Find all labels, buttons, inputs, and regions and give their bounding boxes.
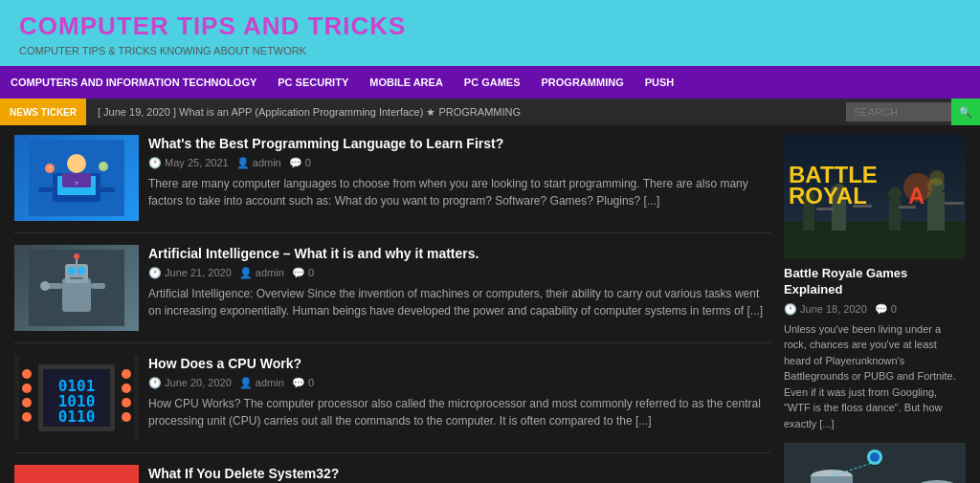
ticker-content: [ June 19, 2020 ] What is an APP (Applic… xyxy=(86,106,846,119)
article-thumbnail: ? ? ! xyxy=(14,135,139,221)
article-card: Artificial Intelligence – What it is and… xyxy=(14,245,770,343)
svg-point-15 xyxy=(78,267,85,274)
article-title[interactable]: Artificial Intelligence – What it is and… xyxy=(148,245,770,262)
article-thumbnail xyxy=(14,245,139,331)
svg-rect-54 xyxy=(945,202,964,205)
svg-rect-36 xyxy=(14,465,139,483)
article-meta: 🕐 June 20, 2020 👤 admin 💬 0 xyxy=(148,377,770,389)
svg-point-59 xyxy=(929,170,945,186)
article-excerpt: Artificial Intelligence: Overview Since … xyxy=(148,285,770,319)
svg-point-4 xyxy=(67,154,86,173)
svg-rect-17 xyxy=(48,283,62,289)
nav-item-security[interactable]: PC SECURITY xyxy=(267,66,359,99)
svg-point-27 xyxy=(122,369,131,379)
sidebar-excerpt: Unless you've been living under a rock, … xyxy=(784,321,966,432)
article-comments: 💬 0 xyxy=(292,377,314,389)
svg-point-23 xyxy=(22,369,32,379)
article-card: 0101 1010 0110 How Does a CPU Work? 🕐 Ju… xyxy=(14,355,770,453)
nav-item-games[interactable]: PC GAMES xyxy=(454,66,531,99)
nav-item-programming[interactable]: PROGRAMMING xyxy=(531,66,635,99)
site-title[interactable]: COMPUTER TIPS AND TRICKS xyxy=(19,11,961,41)
article-body: Artificial Intelligence – What it is and… xyxy=(148,245,770,331)
main-nav: COMPUTERS AND INFORMATION TECHNOLOGY PC … xyxy=(0,66,980,99)
header: COMPUTER TIPS AND TRICKS COMPUTER TIPS &… xyxy=(0,0,980,66)
svg-point-24 xyxy=(22,384,32,393)
svg-text:!: ! xyxy=(102,164,103,169)
svg-point-26 xyxy=(22,412,32,422)
article-author: 👤 admin xyxy=(239,377,284,389)
article-body: What's the Best Programming Language to … xyxy=(148,135,770,221)
article-date: 🕐 June 21, 2020 xyxy=(148,267,232,279)
article-meta: 🕐 June 21, 2020 👤 admin 💬 0 xyxy=(148,267,770,279)
svg-rect-47 xyxy=(889,200,901,231)
ai-illustration xyxy=(29,250,124,326)
left-column: ? ? ! What's the Best Programming Langua… xyxy=(14,135,770,483)
article-excerpt: There are many computer languages to cho… xyxy=(148,175,770,209)
svg-rect-12 xyxy=(62,278,91,312)
main-content: ? ? ! What's the Best Programming Langua… xyxy=(0,125,980,483)
sidebar-article: BATTLE ROYAL A Battle Royale Games Expla… xyxy=(784,135,966,431)
article-card: ? ? ! What's the Best Programming Langua… xyxy=(14,135,770,233)
nav-item-push[interactable]: PUSH xyxy=(635,66,685,99)
article-body: How Does a CPU Work? 🕐 June 20, 2020 👤 a… xyxy=(148,355,770,441)
network-illustration xyxy=(784,443,966,483)
article-date: 🕐 June 20, 2020 xyxy=(148,377,232,389)
svg-point-21 xyxy=(74,253,79,259)
svg-point-19 xyxy=(40,281,50,291)
svg-point-82 xyxy=(870,452,880,462)
svg-point-28 xyxy=(122,384,131,393)
article-title[interactable]: How Does a CPU Work? xyxy=(148,355,770,372)
svg-rect-49 xyxy=(927,192,945,231)
svg-point-48 xyxy=(888,187,902,201)
svg-point-29 xyxy=(122,398,131,407)
article-thumbnail: DELETE SYSTEM 32 ⚠ WARNING ⚠ xyxy=(14,465,139,483)
svg-text:0110: 0110 xyxy=(58,407,96,426)
article-meta: 🕐 May 25, 2021 👤 admin 💬 0 xyxy=(148,157,770,169)
article-title[interactable]: What If You Delete System32? xyxy=(148,465,770,482)
article-date: 🕐 May 25, 2021 xyxy=(148,157,229,169)
sidebar-date: 🕐 June 18, 2020 xyxy=(784,303,867,316)
svg-rect-13 xyxy=(65,264,88,283)
svg-point-30 xyxy=(122,412,131,422)
search-button[interactable]: 🔍 xyxy=(951,99,980,125)
sidebar-thumbnail-2 xyxy=(784,443,966,483)
article-body: What If You Delete System32? xyxy=(148,465,770,483)
cpu-illustration: 0101 1010 0110 xyxy=(19,355,134,441)
sidebar-article-2 xyxy=(784,443,966,483)
article-card: DELETE SYSTEM 32 ⚠ WARNING ⚠ What If You… xyxy=(14,465,770,483)
svg-point-14 xyxy=(68,267,76,274)
programming-illustration: ? ? ! xyxy=(29,140,124,216)
site-subtitle: COMPUTER TIPS & TRICKS KNOWING ABOUT NET… xyxy=(19,45,961,56)
svg-point-25 xyxy=(22,398,32,407)
sidebar-comments: 💬 0 xyxy=(875,303,897,316)
sidebar-article-meta: 🕐 June 18, 2020 💬 0 xyxy=(784,303,966,316)
article-thumbnail: 0101 1010 0110 xyxy=(14,355,139,441)
news-ticker-bar: NEWS TICKER [ June 19, 2020 ] What is an… xyxy=(0,99,980,125)
article-author: 👤 admin xyxy=(236,157,281,169)
svg-text:ROYAL: ROYAL xyxy=(789,183,867,209)
sidebar-article-title[interactable]: Battle Royale Games Explained xyxy=(784,266,966,298)
article-comments: 💬 0 xyxy=(289,157,311,169)
nav-item-mobile[interactable]: MOBILE AREA xyxy=(359,66,454,99)
svg-rect-18 xyxy=(91,283,105,289)
article-excerpt: How CPU Works? The computer processor al… xyxy=(148,395,770,429)
right-sidebar: BATTLE ROYAL A Battle Royale Games Expla… xyxy=(784,135,966,483)
ticker-search-area: 🔍 xyxy=(846,99,980,125)
svg-rect-67 xyxy=(811,476,853,483)
sidebar-thumbnail: BATTLE ROYAL A xyxy=(784,135,966,259)
article-author: 👤 admin xyxy=(239,267,284,279)
ticker-label: NEWS TICKER xyxy=(0,99,86,125)
search-input[interactable] xyxy=(846,102,951,121)
svg-point-58 xyxy=(903,173,932,202)
article-title[interactable]: What's the Best Programming Language to … xyxy=(148,135,770,152)
battle-royale-illustration: BATTLE ROYAL A xyxy=(784,135,966,259)
system32-illustration: DELETE SYSTEM 32 ⚠ WARNING ⚠ xyxy=(14,465,139,483)
svg-rect-16 xyxy=(70,277,83,279)
article-comments: 💬 0 xyxy=(292,267,314,279)
svg-text:?: ? xyxy=(49,165,52,171)
nav-item-computers[interactable]: COMPUTERS AND INFORMATION TECHNOLOGY xyxy=(0,66,267,99)
